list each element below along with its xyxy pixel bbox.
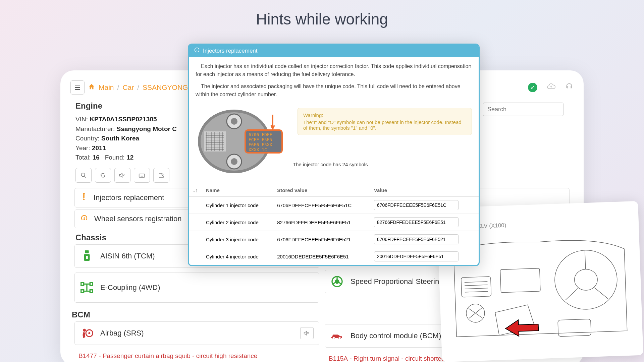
cell-stored: 82766FDFFEDEEE5F5E6F6E51 xyxy=(273,214,370,231)
warning-text: The"I" and "O" symbols can not be presen… xyxy=(303,119,466,131)
svg-line-25 xyxy=(465,291,488,292)
svg-point-19 xyxy=(554,249,618,310)
dtc-text: - Passenger curtain airbag squib - circu… xyxy=(97,352,257,359)
module-airbag-label: Airbag (SRS) xyxy=(100,329,144,338)
code-line2: ECEE E5F5 xyxy=(249,137,272,142)
car-icon xyxy=(330,329,344,343)
modal-para1: Each injector has an individual code cal… xyxy=(196,62,472,78)
found-label: Found: xyxy=(105,154,125,161)
found-value: 12 xyxy=(126,154,133,161)
injector-diagram: 6706 FDFF ECEE E5F5 E6F6 E5XX XXXX 1C xyxy=(196,108,289,175)
manufacturer-label: Manufacturer: xyxy=(75,125,115,132)
svg-point-35 xyxy=(231,158,237,165)
svg-point-18 xyxy=(338,337,340,339)
breadcrumb-car[interactable]: Car xyxy=(122,83,134,92)
svg-rect-7 xyxy=(86,256,88,259)
svg-rect-8 xyxy=(81,283,84,285)
svg-rect-5 xyxy=(85,250,89,253)
keyboard-button[interactable] xyxy=(134,168,150,183)
headset-icon[interactable] xyxy=(565,82,574,93)
modal-header: Injectors replacement xyxy=(189,45,479,57)
cloud-upload-icon[interactable] xyxy=(547,82,555,93)
home-icon[interactable] xyxy=(88,83,95,92)
cell-name: Cylinder 4 injector code xyxy=(202,248,273,265)
country-value: South Korea xyxy=(101,135,139,142)
svg-rect-3 xyxy=(83,194,85,198)
svg-point-14 xyxy=(83,328,86,331)
breadcrumb: Main / Car / SSANGYONG xyxy=(88,83,188,92)
module-bcm-label: Body control module (BCM) xyxy=(351,331,441,340)
svg-rect-11 xyxy=(90,290,93,292)
menu-button[interactable]: ☰ xyxy=(70,80,85,95)
mute-dtc-button[interactable] xyxy=(300,327,314,339)
svg-point-33 xyxy=(231,118,237,125)
tpms-icon xyxy=(80,214,88,224)
action-injectors-label: Injectors replacement xyxy=(94,193,164,202)
cell-stored: 6706FDFFECEEE5F5E6F6E521 xyxy=(273,231,370,248)
page-heading: Hints while working xyxy=(0,0,644,28)
year-value: 2011 xyxy=(92,144,106,152)
search-button[interactable] xyxy=(75,168,92,183)
breadcrumb-brand[interactable]: SSANGYONG xyxy=(143,83,188,92)
svg-rect-26 xyxy=(500,268,540,293)
col-stored[interactable]: Stored value xyxy=(273,184,370,197)
dtc-code: B115A xyxy=(329,355,348,362)
module-ecoupling[interactable]: E-Coupling (4WD) xyxy=(74,273,319,303)
action-wheel-label: Wheel sensors registration xyxy=(94,215,181,223)
breadcrumb-sep: / xyxy=(117,83,119,92)
module-airbag[interactable]: Airbag (SRS) xyxy=(74,321,319,345)
refresh-button[interactable] xyxy=(95,168,111,183)
svg-line-24 xyxy=(465,288,488,289)
table-row: Cylinder 1 injector code 6706FDFFECEEE5F… xyxy=(189,197,479,214)
col-value[interactable]: Value xyxy=(370,184,479,197)
svg-rect-2 xyxy=(83,193,85,194)
table-row: Cylinder 3 injector code 6706FDFFECEEE5F… xyxy=(189,231,479,248)
vin-value: KPTA0A1SSBP021305 xyxy=(90,116,157,123)
injector-code-input[interactable] xyxy=(374,217,459,227)
svg-rect-1 xyxy=(139,174,145,177)
svg-point-4 xyxy=(84,219,85,220)
injector-code-input[interactable] xyxy=(374,234,459,244)
status-ok-icon[interactable]: ✓ xyxy=(528,83,537,92)
col-sort[interactable]: ↓↑ xyxy=(189,184,202,197)
injector-icon xyxy=(80,192,88,203)
modal-title: Injectors replacement xyxy=(203,48,258,54)
top-icons: ✓ xyxy=(528,82,574,93)
col-name[interactable]: Name xyxy=(202,184,273,197)
dtc-row[interactable]: B1477 - Passenger curtain airbag squib -… xyxy=(74,350,319,362)
vin-label: VIN: xyxy=(75,116,88,123)
svg-point-0 xyxy=(81,173,85,177)
table-row: Cylinder 2 injector code 82766FDFFEDEEE5… xyxy=(189,214,479,231)
warning-label: Warning: xyxy=(303,112,466,118)
breadcrumb-sep: / xyxy=(137,83,139,92)
drivetrain-icon xyxy=(80,281,94,294)
svg-rect-10 xyxy=(81,290,84,292)
dtc-code: B1477 xyxy=(78,352,97,359)
mute-button[interactable] xyxy=(114,168,130,183)
dtc-text: - Right turn signal - circuit shorted xyxy=(348,355,445,362)
code-line3: E6F6 E5XX xyxy=(249,142,272,147)
cell-stored: 6706FDFFECEEE5F5E6F6E51C xyxy=(273,197,370,214)
year-label: Year: xyxy=(75,144,90,152)
modal-body: Each injector has an individual code cal… xyxy=(189,57,479,108)
manufacturer-value: Ssangyong Motor C xyxy=(117,125,177,132)
svg-line-22 xyxy=(465,282,487,282)
search-input[interactable] xyxy=(483,103,564,116)
svg-rect-21 xyxy=(461,277,491,297)
info-icon xyxy=(194,47,200,54)
module-aisin-label: AISIN 6th (TCM) xyxy=(100,252,155,260)
injector-table: ↓↑ Name Stored value Value Cylinder 1 in… xyxy=(189,184,479,265)
svg-rect-28 xyxy=(558,319,591,337)
table-row: Cylinder 4 injector code 20016DDEDEDEE5F… xyxy=(189,248,479,265)
injectors-modal: Injectors replacement Each injector has … xyxy=(188,44,480,266)
svg-point-20 xyxy=(574,269,598,291)
injector-code-input[interactable] xyxy=(374,251,459,261)
svg-point-17 xyxy=(333,337,335,339)
transmission-icon xyxy=(80,249,94,263)
breadcrumb-main[interactable]: Main xyxy=(99,83,114,92)
export-button[interactable] xyxy=(153,168,169,183)
injector-code-input[interactable] xyxy=(374,200,459,210)
modal-para2: The injector and associated packaging wi… xyxy=(196,82,472,99)
cell-name: Cylinder 3 injector code xyxy=(202,231,273,248)
cell-stored: 20016DDEDEDEE5F5E6F6E51 xyxy=(273,248,370,265)
